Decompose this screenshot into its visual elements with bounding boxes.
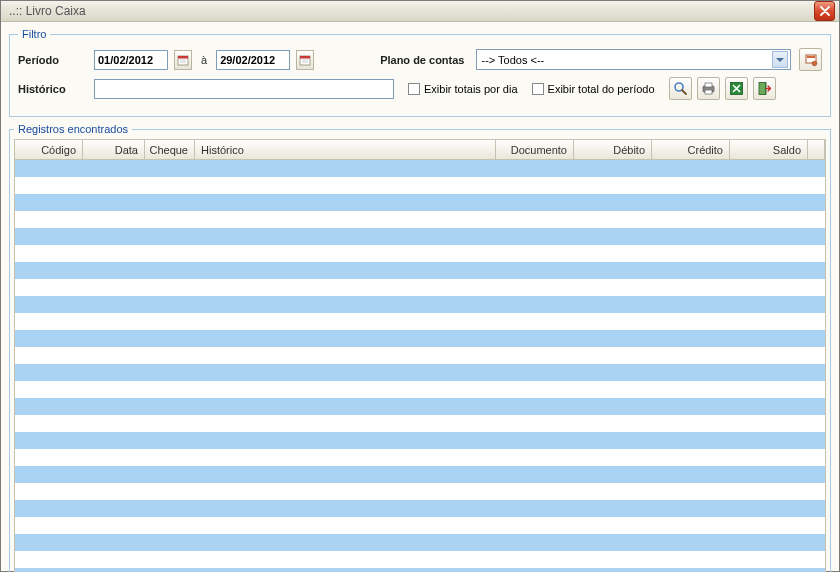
table-row[interactable] [15, 279, 825, 296]
table-row[interactable] [15, 296, 825, 313]
search-button[interactable] [669, 77, 692, 100]
col-header-credito[interactable]: Crédito [652, 140, 730, 159]
records-grid: Código Data Cheque Histórico Documento D… [14, 139, 826, 572]
close-button[interactable] [814, 1, 835, 21]
filter-toolbar [667, 77, 776, 100]
plan-combobox[interactable]: --> Todos <-- [476, 49, 791, 70]
svg-rect-18 [759, 83, 765, 94]
table-row[interactable] [15, 313, 825, 330]
checkbox-icon [532, 83, 544, 95]
excel-icon [729, 81, 744, 96]
chk-period-label: Exibir total do período [548, 83, 655, 95]
plan-selected-text: --> Todos <-- [481, 54, 772, 66]
col-header-scroll [808, 140, 825, 159]
date-separator: à [201, 54, 207, 66]
table-row[interactable] [15, 466, 825, 483]
history-input[interactable] [94, 79, 394, 99]
search-icon [673, 81, 688, 96]
records-fieldset: Registros encontrados Código Data Cheque… [9, 123, 831, 572]
exit-icon [757, 81, 772, 96]
table-row[interactable] [15, 330, 825, 347]
checkbox-icon [408, 83, 420, 95]
table-row[interactable] [15, 534, 825, 551]
period-label: Período [18, 54, 88, 66]
date-from-calendar-button[interactable] [174, 50, 192, 70]
table-row[interactable] [15, 177, 825, 194]
table-row[interactable] [15, 483, 825, 500]
col-header-documento[interactable]: Documento [496, 140, 574, 159]
window-title: ..:: Livro Caixa [5, 4, 814, 18]
table-row[interactable] [15, 551, 825, 568]
date-to-calendar-button[interactable] [296, 50, 314, 70]
table-row[interactable] [15, 398, 825, 415]
svg-rect-9 [807, 56, 815, 58]
table-row[interactable] [15, 245, 825, 262]
calendar-icon [299, 54, 311, 66]
svg-rect-14 [705, 83, 712, 87]
plan-label: Plano de contas [380, 54, 464, 66]
calendar-icon [177, 54, 189, 66]
excel-button[interactable] [725, 77, 748, 100]
table-row[interactable] [15, 262, 825, 279]
table-row[interactable] [15, 364, 825, 381]
table-row[interactable] [15, 211, 825, 228]
col-header-debito[interactable]: Débito [574, 140, 652, 159]
config-icon [804, 53, 818, 67]
table-row[interactable] [15, 500, 825, 517]
date-from-input[interactable] [94, 50, 168, 70]
print-icon [701, 81, 716, 96]
filter-legend: Filtro [18, 28, 50, 40]
date-to-input[interactable] [216, 50, 290, 70]
svg-rect-15 [705, 90, 712, 94]
content-area: Filtro Período à [1, 22, 839, 572]
table-row[interactable] [15, 517, 825, 534]
table-row[interactable] [15, 415, 825, 432]
svg-line-12 [682, 90, 686, 94]
chevron-down-icon [772, 51, 788, 68]
table-row[interactable] [15, 160, 825, 177]
col-header-cheque[interactable]: Cheque [145, 140, 195, 159]
print-button[interactable] [697, 77, 720, 100]
col-header-data[interactable]: Data [83, 140, 145, 159]
records-legend: Registros encontrados [14, 123, 132, 135]
close-icon [820, 6, 830, 16]
table-row[interactable] [15, 347, 825, 364]
grid-header: Código Data Cheque Histórico Documento D… [15, 140, 825, 160]
filter-row-1: Período à [18, 48, 822, 71]
table-row[interactable] [15, 449, 825, 466]
filter-row-2: Histórico Exibir totais por dia Exibir t… [18, 77, 822, 100]
svg-rect-5 [300, 56, 310, 59]
col-header-codigo[interactable]: Código [15, 140, 83, 159]
chk-per-day-label: Exibir totais por dia [424, 83, 518, 95]
col-header-saldo[interactable]: Saldo [730, 140, 808, 159]
exit-button[interactable] [753, 77, 776, 100]
history-label: Histórico [18, 83, 88, 95]
chk-totals-per-day[interactable]: Exibir totais por dia [408, 83, 518, 95]
col-header-historico[interactable]: Histórico [195, 140, 496, 159]
table-row[interactable] [15, 194, 825, 211]
svg-rect-1 [178, 56, 188, 59]
table-row[interactable] [15, 568, 825, 572]
table-row[interactable] [15, 228, 825, 245]
titlebar: ..:: Livro Caixa [1, 1, 839, 22]
svg-point-10 [812, 61, 817, 66]
grid-body[interactable] [15, 160, 825, 572]
table-row[interactable] [15, 381, 825, 398]
chk-totals-period[interactable]: Exibir total do período [532, 83, 655, 95]
main-window: ..:: Livro Caixa Filtro Período [0, 0, 840, 572]
plan-config-button[interactable] [799, 48, 822, 71]
table-row[interactable] [15, 432, 825, 449]
filter-fieldset: Filtro Período à [9, 28, 831, 117]
